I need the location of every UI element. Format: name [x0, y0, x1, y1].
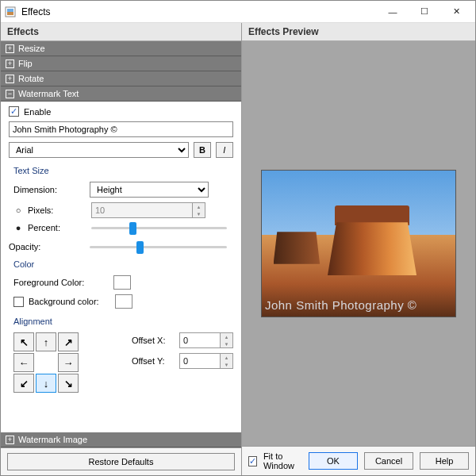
- collapse-icon: −: [6, 90, 14, 98]
- fg-color-swatch[interactable]: [113, 275, 131, 290]
- maximize-icon: ☐: [420, 6, 428, 17]
- restore-defaults-button[interactable]: Restore Defaults: [7, 453, 235, 470]
- offset-x-row: Offset X: 0 ▲▼: [132, 332, 233, 348]
- svg-rect-2: [7, 12, 13, 15]
- titlebar[interactable]: Effects — ☐ ✕: [1, 1, 475, 23]
- offset-y-label: Offset Y:: [132, 356, 175, 366]
- bg-color-row: Background color:: [13, 294, 233, 309]
- expand-icon: +: [6, 75, 14, 83]
- enable-row: ✓ Enable: [9, 106, 233, 117]
- preview-mesa-main: [328, 205, 416, 275]
- pixels-stepper[interactable]: 10 ▲▼: [91, 202, 205, 218]
- percent-slider[interactable]: [91, 227, 227, 229]
- percent-row: ● Percent:: [13, 223, 233, 232]
- window-title: Effects: [21, 6, 377, 17]
- offset-y-value: 0: [179, 353, 221, 369]
- section-label: Resize: [18, 44, 45, 53]
- help-button[interactable]: Help: [420, 452, 469, 470]
- align-tr-button[interactable]: ↗: [58, 332, 79, 351]
- close-icon: ✕: [453, 6, 460, 17]
- pixels-radio[interactable]: ○: [13, 205, 23, 215]
- preview-watermark-text: John Smith Photography ©: [265, 298, 417, 312]
- opacity-label: Opacity:: [9, 242, 85, 251]
- opacity-row: Opacity:: [9, 242, 233, 251]
- left-footer: Restore Defaults: [1, 447, 241, 475]
- offset-x-value: 0: [179, 332, 221, 348]
- alignment-grid: ↖ ↑ ↗ ← → ↙ ↓ ↘: [13, 332, 79, 393]
- alignment-row: ↖ ↑ ↗ ← → ↙ ↓ ↘ Offset X:: [13, 332, 233, 393]
- section-resize[interactable]: + Resize: [1, 41, 241, 56]
- section-label: Flip: [18, 59, 33, 68]
- right-panel: Effects Preview John Smith Photography ©…: [242, 23, 475, 475]
- enable-label: Enable: [24, 107, 51, 117]
- pixels-spin[interactable]: ▲▼: [193, 202, 205, 218]
- maximize-button[interactable]: ☐: [409, 2, 440, 22]
- offset-column: Offset X: 0 ▲▼ Offset Y: 0 ▲▼: [132, 332, 233, 369]
- text-size-group-label: Text Size: [13, 166, 233, 175]
- fit-to-window-label: Fit to Window: [263, 451, 296, 470]
- bg-color-label: Background color:: [29, 297, 110, 306]
- content-area: Effects + Resize + Flip + Rotate − Water…: [1, 23, 475, 475]
- svg-rect-1: [7, 9, 13, 12]
- preview-mesa-small: [274, 232, 321, 263]
- align-l-button[interactable]: ←: [13, 353, 34, 372]
- align-b-button[interactable]: ↓: [36, 374, 56, 393]
- cancel-button[interactable]: Cancel: [364, 452, 413, 470]
- expand-icon: +: [6, 436, 14, 444]
- dimension-row: Dimension: Height: [13, 182, 233, 198]
- slider-thumb[interactable]: [136, 241, 144, 254]
- expand-icon: +: [6, 60, 14, 68]
- section-label: Watermark Text: [18, 89, 79, 98]
- italic-button[interactable]: I: [216, 142, 233, 158]
- enable-checkbox[interactable]: ✓: [9, 106, 19, 117]
- watermark-text-form: ✓ Enable Arial B I Text Size Dimension: …: [1, 102, 241, 432]
- pixels-value: 10: [91, 202, 193, 218]
- effects-panel-header: Effects: [1, 23, 241, 41]
- close-button[interactable]: ✕: [440, 2, 472, 22]
- minimize-icon: —: [389, 7, 397, 17]
- offset-x-label: Offset X:: [132, 336, 175, 345]
- percent-radio[interactable]: ●: [13, 223, 23, 232]
- dimension-select[interactable]: Height: [90, 182, 209, 198]
- percent-label: Percent:: [28, 223, 86, 232]
- watermark-text-input[interactable]: [9, 121, 233, 137]
- minimize-button[interactable]: —: [377, 2, 409, 22]
- ok-button[interactable]: OK: [309, 452, 358, 470]
- fg-color-label: Foreground Color:: [13, 278, 109, 287]
- font-select[interactable]: Arial: [9, 142, 189, 158]
- section-label: Rotate: [18, 74, 44, 83]
- spin-down-icon: ▼: [193, 210, 205, 217]
- expand-icon: +: [6, 44, 14, 53]
- pixels-row: ○ Pixels: 10 ▲▼: [13, 202, 233, 218]
- bg-color-swatch[interactable]: [115, 294, 132, 309]
- preview-header: Effects Preview: [242, 23, 475, 41]
- align-t-button[interactable]: ↑: [36, 332, 56, 351]
- dimension-label: Dimension:: [13, 185, 85, 194]
- pixels-label: Pixels:: [28, 205, 86, 215]
- fg-color-row: Foreground Color:: [13, 275, 233, 290]
- effects-window: Effects — ☐ ✕ Effects + Resize + Flip + …: [0, 0, 476, 476]
- check-icon: ✓: [249, 456, 256, 466]
- offset-x-stepper[interactable]: 0 ▲▼: [179, 332, 233, 348]
- section-watermark-text[interactable]: − Watermark Text: [1, 86, 241, 102]
- bg-color-checkbox[interactable]: [13, 297, 24, 307]
- section-rotate[interactable]: + Rotate: [1, 71, 241, 86]
- align-tl-button[interactable]: ↖: [13, 332, 34, 351]
- bold-button[interactable]: B: [194, 142, 211, 158]
- alignment-group-label: Alignment: [13, 317, 233, 326]
- opacity-slider[interactable]: [90, 246, 227, 248]
- color-group-label: Color: [13, 259, 233, 269]
- section-watermark-image[interactable]: + Watermark Image: [1, 432, 241, 447]
- left-panel: Effects + Resize + Flip + Rotate − Water…: [1, 23, 242, 475]
- align-bl-button[interactable]: ↙: [13, 374, 34, 393]
- font-row: Arial B I: [9, 142, 233, 158]
- spin-up-icon: ▲: [193, 203, 205, 210]
- offset-y-stepper[interactable]: 0 ▲▼: [179, 353, 233, 369]
- slider-thumb[interactable]: [129, 222, 136, 235]
- fit-to-window-checkbox[interactable]: ✓: [248, 456, 257, 466]
- check-icon: ✓: [10, 106, 17, 117]
- align-r-button[interactable]: →: [58, 353, 79, 372]
- section-label: Watermark Image: [18, 435, 87, 444]
- align-br-button[interactable]: ↘: [58, 374, 79, 393]
- section-flip[interactable]: + Flip: [1, 56, 241, 71]
